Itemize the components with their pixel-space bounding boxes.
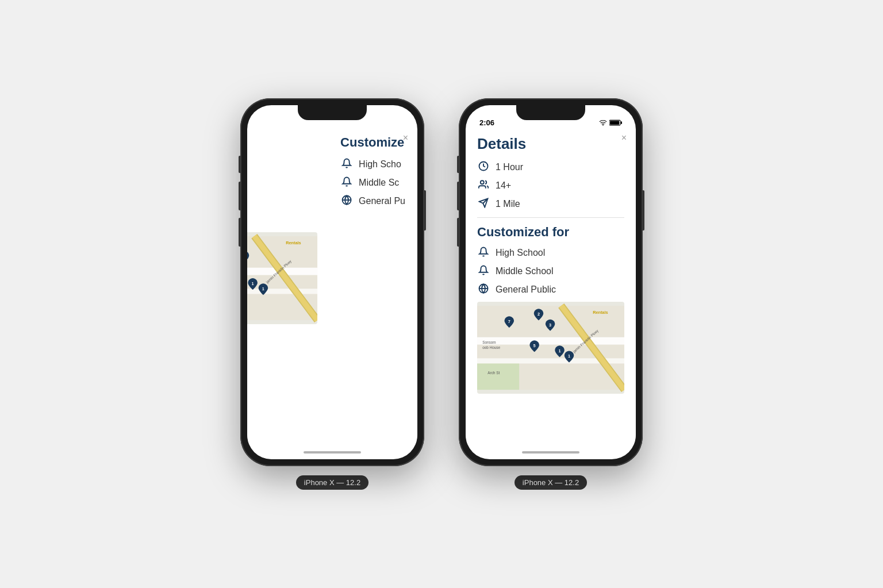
globe-icon-right	[477, 283, 490, 296]
bell-icon-highschool-left	[340, 158, 353, 171]
side-btn-vol-down-right	[457, 218, 459, 247]
battery-icon	[609, 120, 622, 127]
phone-right-frame: 2:06	[459, 98, 643, 466]
middleschool-text-left: Middle Sc	[359, 178, 399, 188]
detail-item-people-left: 14+	[247, 187, 317, 200]
divider-right	[477, 217, 624, 218]
svg-text:Rentals: Rentals	[593, 310, 608, 315]
side-btn-vol-down	[239, 218, 240, 247]
close-btn-left[interactable]: ×	[403, 133, 408, 143]
left-panel-details: Details 1Hour	[247, 135, 329, 459]
clock-icon-right	[477, 161, 490, 174]
svg-text:Sonsom: Sonsom	[482, 340, 496, 344]
highschool-text-right: High School	[496, 248, 545, 258]
screen-content-left: Details 1Hour	[247, 130, 417, 459]
detail-item-time-left: 1Hour	[247, 161, 317, 182]
customized-title-right: Customized for	[477, 225, 624, 240]
people-icon-right	[477, 179, 490, 192]
svg-rect-38	[477, 363, 519, 390]
details-title-left: Details	[247, 135, 317, 153]
location-text-right: 1 Mile	[496, 199, 520, 209]
svg-text:7: 7	[508, 319, 510, 324]
svg-rect-25	[610, 121, 619, 125]
screen-content-right: Details 1 Hour	[466, 130, 636, 459]
detail-item-time-right: 1 Hour	[477, 161, 624, 174]
side-btn-mute	[239, 156, 240, 173]
home-indicator-left	[304, 451, 361, 454]
svg-point-23	[602, 125, 604, 126]
left-panel-customized: Customize High Scho	[329, 135, 417, 459]
wifi-icon	[599, 120, 607, 127]
svg-text:Arch St: Arch St	[487, 371, 500, 375]
svg-rect-34	[477, 337, 624, 345]
detail-item-location-right: 1 Mile	[477, 198, 624, 210]
phone-left-screen: × Details 1Hour	[247, 105, 417, 459]
page-container: × Details 1Hour	[240, 98, 643, 490]
map-left: Rentals Sonsom oob House Arch St jamin F…	[247, 232, 317, 324]
middleschool-text-right: Middle School	[496, 266, 554, 276]
notch-right	[516, 105, 585, 120]
side-btn-power	[424, 190, 426, 230]
customized-item-highschool-left: High Scho	[340, 158, 417, 171]
side-btn-vol-up	[239, 182, 240, 210]
public-text-right: General Public	[496, 285, 556, 295]
svg-rect-26	[621, 121, 622, 124]
status-time-right: 2:06	[479, 118, 494, 127]
svg-text:2: 2	[538, 312, 540, 317]
side-btn-mute-right	[457, 156, 459, 173]
location-title-left: Location	[247, 324, 317, 347]
highschool-text-left: High Scho	[359, 159, 401, 170]
phone-left-label: iPhone X — 12.2	[296, 475, 368, 490]
svg-text:1: 1	[252, 281, 254, 286]
detail-item-location-left: 1Mile	[247, 206, 317, 226]
bell-icon-highschool-right	[477, 247, 490, 259]
customized-item-middleschool-right: Middle School	[477, 265, 624, 278]
svg-text:oob House: oob House	[482, 345, 500, 349]
time-text-right: 1 Hour	[496, 162, 523, 172]
close-btn-right[interactable]: ×	[621, 133, 627, 143]
side-btn-vol-up-right	[457, 182, 459, 210]
svg-text:1: 1	[568, 353, 570, 359]
phone-right-wrapper: 2:06	[459, 98, 643, 490]
side-btn-power-right	[643, 190, 644, 230]
home-indicator-right	[522, 451, 579, 454]
bell-icon-middleschool-right	[477, 265, 490, 278]
customized-item-public-right: General Public	[477, 283, 624, 296]
phone-left-wrapper: × Details 1Hour	[240, 98, 424, 490]
status-icons-right	[599, 120, 622, 127]
svg-text:Rentals: Rentals	[286, 240, 301, 245]
public-text-left: General Pu	[359, 196, 405, 206]
location-icon-right	[477, 198, 490, 210]
svg-point-28	[481, 180, 484, 184]
globe-icon-left	[340, 195, 353, 207]
svg-text:1: 1	[262, 286, 264, 291]
phone-left-frame: × Details 1Hour	[240, 98, 424, 466]
bell-icon-middleschool-left	[340, 176, 353, 189]
map-right: Rentals Sonsom oob House Arch St jamin F…	[477, 302, 624, 394]
svg-text:1: 1	[559, 348, 561, 353]
phone-right-label: iPhone X — 12.2	[515, 475, 587, 490]
svg-rect-6	[247, 289, 317, 294]
customized-item-middleschool-left: Middle Sc	[340, 176, 417, 189]
svg-text:5: 5	[533, 343, 536, 348]
svg-text:3: 3	[549, 322, 551, 328]
detail-item-people-right: 14+	[477, 179, 624, 192]
customized-item-highschool-right: High School	[477, 247, 624, 259]
people-text-right: 14+	[496, 180, 511, 191]
notch-left	[298, 105, 367, 120]
details-title-right: Details	[477, 135, 624, 153]
phone-right-screen: 2:06	[466, 105, 636, 459]
customized-item-public-left: General Pu	[340, 195, 417, 207]
